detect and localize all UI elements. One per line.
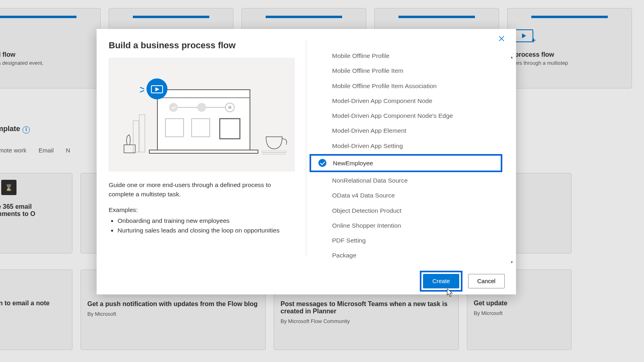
svg-rect-3: [157, 90, 250, 150]
entity-option[interactable]: Model-Driven App Component Node's Edge: [306, 108, 509, 123]
entity-option[interactable]: Model-Driven App Element: [306, 123, 509, 138]
entity-label: NewEmployee: [333, 160, 373, 167]
scroll-down-icon[interactable]: ▾: [509, 260, 514, 265]
mouse-cursor-icon: [446, 288, 454, 298]
modal-title: Build a business process flow: [109, 40, 294, 51]
svg-rect-22: [139, 115, 145, 152]
entity-option[interactable]: Mobile Offline Profile: [306, 48, 509, 63]
entity-option[interactable]: Model-Driven App Component Node: [306, 93, 509, 108]
entity-list[interactable]: Mobile Offline Profile Mobile Offline Pr…: [306, 48, 509, 268]
entity-option[interactable]: OData v4 Data Source: [306, 188, 509, 203]
svg-point-6: [169, 103, 178, 112]
entity-option[interactable]: Mobile Offline Profile Item Association: [306, 78, 509, 93]
build-flow-modal: Build a business process flow: [97, 29, 516, 294]
svg-point-7: [197, 103, 206, 112]
close-button[interactable]: [495, 32, 508, 45]
entity-option[interactable]: Model-Driven App Setting: [306, 138, 509, 153]
svg-rect-24: [263, 153, 285, 154]
modal-left-pane: Build a business process flow: [97, 29, 306, 268]
scroll-up-icon[interactable]: ▴: [509, 55, 514, 60]
svg-rect-21: [133, 121, 139, 152]
entity-option[interactable]: NonRelational Data Source: [306, 173, 509, 188]
example-item: Onboarding and training new employees: [118, 216, 294, 226]
check-icon: [318, 159, 326, 167]
svg-line-19: [140, 90, 144, 92]
modal-illustration: [109, 58, 295, 171]
svg-rect-4: [149, 150, 258, 153]
cancel-button[interactable]: Cancel: [468, 274, 505, 288]
svg-line-18: [140, 87, 144, 89]
modal-description: Guide one or more end-users through a de…: [109, 180, 294, 199]
svg-rect-20: [124, 145, 135, 153]
entity-option[interactable]: Online Shopper Intention: [306, 218, 509, 233]
create-button-highlight: Create: [420, 271, 462, 292]
close-icon: [498, 35, 505, 42]
entity-option[interactable]: PDF Setting: [306, 233, 509, 248]
entity-option[interactable]: Object Detection Product: [306, 203, 509, 218]
entity-option-selected[interactable]: NewEmployee: [310, 154, 502, 172]
entity-option[interactable]: Package: [306, 248, 509, 263]
svg-point-9: [228, 106, 231, 109]
svg-rect-23: [262, 151, 286, 152]
entity-option[interactable]: Mobile Offline Profile Item: [306, 63, 509, 78]
create-button[interactable]: Create: [423, 274, 459, 288]
modal-right-pane: ▴ Mobile Offline Profile Mobile Offline …: [306, 29, 516, 268]
examples-label: Examples:: [109, 206, 294, 214]
example-item: Nurturing sales leads and closing the lo…: [118, 226, 294, 236]
